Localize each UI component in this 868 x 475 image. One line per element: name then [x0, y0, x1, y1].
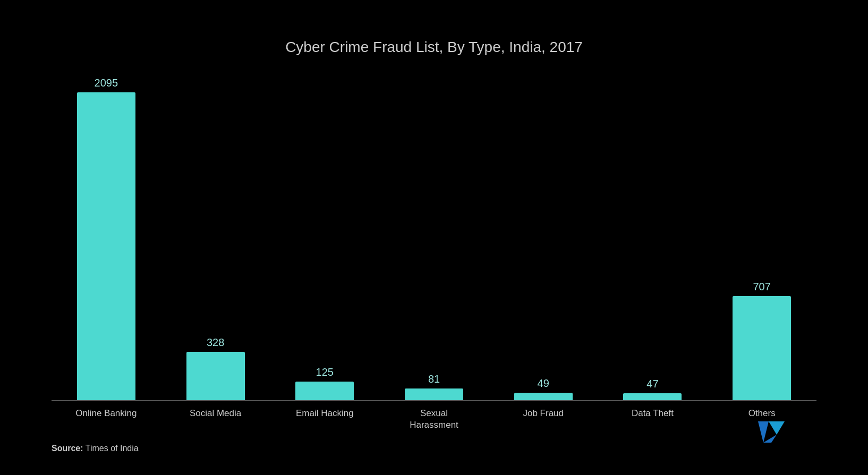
bar-rect-6: [733, 296, 791, 400]
svg-marker-0: [758, 421, 769, 443]
source-value: Times of India: [86, 444, 139, 453]
bar-group-4: 49: [489, 377, 598, 400]
bar-value-1: 328: [207, 336, 224, 349]
source-line: Source: Times of India: [52, 444, 139, 453]
bar-rect-4: [514, 393, 573, 400]
bar-group-0: 2095: [52, 77, 161, 400]
bar-group-6: 707: [707, 281, 816, 400]
svg-marker-2: [763, 435, 777, 443]
x-label-3: SexualHarassment: [379, 408, 489, 431]
x-label-1: Social Media: [161, 408, 270, 431]
bar-value-0: 2095: [95, 77, 118, 89]
bar-rect-1: [186, 352, 245, 400]
bar-rect-3: [405, 388, 463, 400]
bar-value-6: 707: [753, 281, 770, 293]
logo-icon: [758, 421, 785, 443]
logo-area: [758, 421, 785, 443]
chart-area: 2095328125814947707 Online BankingSocial…: [52, 77, 816, 453]
bar-value-2: 125: [316, 366, 334, 378]
x-label-4: Job Fraud: [489, 408, 598, 431]
source-label: Source:: [52, 444, 83, 453]
x-label-2: Email Hacking: [270, 408, 379, 431]
svg-marker-1: [769, 421, 785, 435]
bar-rect-5: [623, 393, 682, 400]
bar-group-2: 125: [270, 366, 379, 400]
x-labels: Online BankingSocial MediaEmail HackingS…: [52, 408, 816, 431]
x-label-0: Online Banking: [52, 408, 161, 431]
bar-value-5: 47: [646, 378, 658, 390]
bar-value-4: 49: [538, 377, 549, 390]
bar-rect-2: [295, 382, 354, 400]
bar-rect-0: [77, 92, 135, 400]
chart-container: Cyber Crime Fraud List, By Type, India, …: [20, 18, 848, 458]
footer-row: Source: Times of India: [52, 435, 816, 453]
bar-value-3: 81: [428, 373, 440, 385]
bars-wrapper: 2095328125814947707: [52, 77, 816, 401]
chart-title: Cyber Crime Fraud List, By Type, India, …: [52, 39, 816, 56]
bar-group-1: 328: [161, 336, 270, 400]
x-label-5: Data Theft: [598, 408, 708, 431]
bar-group-5: 47: [598, 378, 708, 400]
bar-group-3: 81: [379, 373, 489, 400]
